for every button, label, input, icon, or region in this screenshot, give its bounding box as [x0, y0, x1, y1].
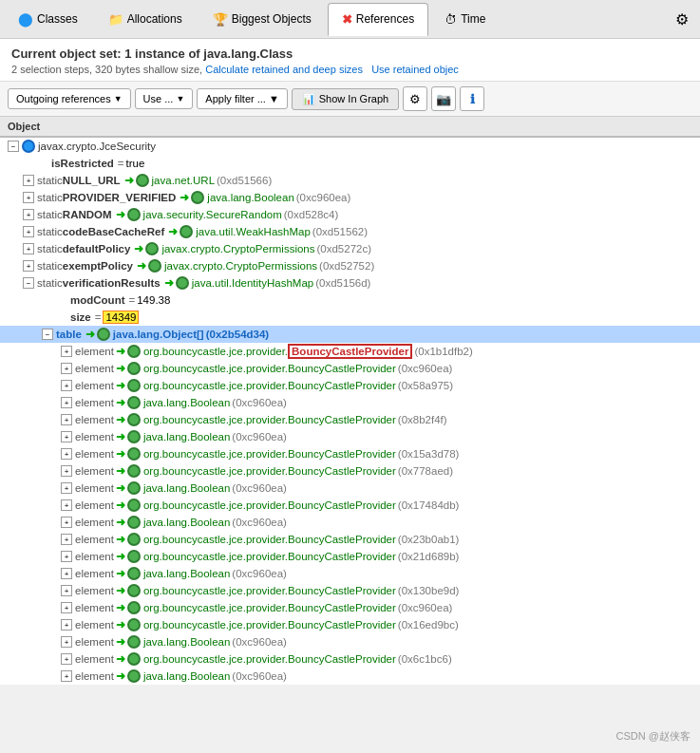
tree-row[interactable]: + element ➜ java.lang.Boolean (0xc960ea): [0, 565, 700, 582]
tab-classes[interactable]: ⬤ Classes: [4, 3, 92, 36]
expand-btn[interactable]: +: [61, 346, 72, 357]
tree-row[interactable]: size = 14349: [0, 309, 700, 326]
tab-references[interactable]: ✖ References: [328, 3, 428, 36]
tree-row[interactable]: + element ➜ org.bouncycastle.jce.provide…: [0, 599, 700, 616]
expand-btn[interactable]: +: [61, 585, 72, 596]
watermark: CSDN @赵侠客: [616, 729, 691, 744]
tree-row[interactable]: + static PROVIDER_VERIFIED ➜ java.lang.B…: [0, 189, 700, 206]
tree-row[interactable]: + element ➜ java.lang.Boolean (0xc960ea): [0, 668, 700, 685]
arrow-icon: ➜: [116, 601, 125, 614]
collapse-btn[interactable]: −: [23, 277, 34, 289]
info-button[interactable]: ℹ: [460, 86, 484, 111]
tree-row[interactable]: modCount = 149.38: [0, 292, 700, 309]
field-name: NULL_URL: [63, 175, 121, 186]
field-name: exemptPolicy: [63, 260, 133, 272]
expand-btn[interactable]: +: [61, 431, 72, 442]
tree-row[interactable]: + element ➜ java.lang.Boolean (0xc960ea): [0, 428, 700, 445]
settings-gear-button[interactable]: ⚙: [403, 86, 427, 111]
use-dropdown[interactable]: Use ... ▼: [135, 88, 194, 109]
expand-btn[interactable]: +: [23, 260, 34, 272]
tree-row[interactable]: − static verificationResults ➜ java.util…: [0, 274, 700, 292]
tab-time[interactable]: ⏱ Time: [430, 3, 500, 36]
tree-row[interactable]: + element ➜ org.bouncycastle.jce.provide…: [0, 445, 700, 462]
tree-row[interactable]: + element ➜ java.lang.Boolean (0xc960ea): [0, 514, 700, 531]
apply-filter-button[interactable]: Apply filter ... ▼: [197, 88, 287, 109]
address: (0x778aed): [398, 465, 453, 477]
expand-btn[interactable]: +: [61, 397, 72, 408]
tree-row[interactable]: + element ➜ java.lang.Boolean (0xc960ea): [0, 633, 700, 650]
tree-row[interactable]: + static NULL_URL ➜ java.net.URL (0xd515…: [0, 172, 700, 189]
expand-btn[interactable]: +: [61, 534, 72, 545]
arrow-icon: ➜: [116, 516, 125, 529]
expand-btn[interactable]: +: [61, 670, 72, 682]
collapse-btn[interactable]: −: [42, 329, 53, 340]
tree-row[interactable]: isRestricted = true: [0, 155, 700, 172]
column-object-label: Object: [8, 121, 40, 132]
expand-btn[interactable]: +: [61, 448, 72, 460]
expand-btn[interactable]: +: [23, 243, 34, 254]
tree-row[interactable]: + element ➜ org.bouncycastle.jce.provide…: [0, 650, 700, 668]
biggest-objects-icon: 🏆: [213, 12, 228, 27]
expand-btn[interactable]: +: [61, 380, 72, 391]
expand-btn[interactable]: +: [23, 226, 34, 237]
outgoing-references-dropdown[interactable]: Outgoing references ▼: [8, 88, 131, 109]
address: (0x23b0ab1): [398, 534, 460, 545]
table-row-highlighted[interactable]: − table ➜ java.lang.Object[] (0x2b54d34): [0, 326, 700, 343]
tree-row[interactable]: + element ➜ java.lang.Boolean (0xc960ea): [0, 480, 700, 497]
address: (0xc960ea): [232, 670, 287, 682]
expand-btn[interactable]: +: [61, 414, 72, 425]
expand-btn[interactable]: +: [61, 568, 72, 579]
tree-row[interactable]: + static codeBaseCacheRef ➜ java.util.We…: [0, 223, 700, 240]
arrow-icon: ➜: [116, 533, 125, 546]
expand-btn[interactable]: +: [23, 192, 34, 203]
tree-row[interactable]: + element ➜ org.bouncycastle.jce.provide…: [0, 343, 700, 360]
type-name: java.lang.Boolean: [143, 482, 230, 494]
type-icon: [127, 464, 141, 478]
tree-row[interactable]: + static defaultPolicy ➜ javax.crypto.Cr…: [0, 240, 700, 257]
tree-row[interactable]: + element ➜ org.bouncycastle.jce.provide…: [0, 411, 700, 428]
type-name: java.util.IdentityHashMap: [192, 277, 313, 289]
tree-row[interactable]: + static RANDOM ➜ java.security.SecureRa…: [0, 206, 700, 223]
type-icon: [127, 481, 141, 495]
expand-btn[interactable]: +: [61, 653, 72, 665]
type-icon: [127, 362, 141, 375]
tree-row[interactable]: + element ➜ org.bouncycastle.jce.provide…: [0, 462, 700, 480]
expand-btn[interactable]: +: [61, 465, 72, 477]
arrow-icon: ➜: [116, 669, 125, 683]
calculate-retained-link[interactable]: Calculate retained and deep sizes: [205, 64, 363, 75]
use-retained-link[interactable]: Use retained objec: [371, 64, 459, 75]
address: (0x15a3d78): [398, 448, 460, 460]
arrow-icon: ➜: [168, 225, 178, 238]
outgoing-references-label: Outgoing references: [16, 93, 111, 104]
tree-row[interactable]: + element ➜ org.bouncycastle.jce.provide…: [0, 548, 700, 565]
tree-row[interactable]: + static exemptPolicy ➜ javax.crypto.Cry…: [0, 257, 700, 274]
expand-btn[interactable]: +: [23, 209, 34, 220]
tree-row[interactable]: + element ➜ org.bouncycastle.jce.provide…: [0, 616, 700, 633]
expand-btn[interactable]: +: [61, 551, 72, 562]
expand-btn[interactable]: +: [61, 619, 72, 631]
tree-row[interactable]: + element ➜ org.bouncycastle.jce.provide…: [0, 497, 700, 514]
tree-row[interactable]: + element ➜ org.bouncycastle.jce.provide…: [0, 360, 700, 377]
expand-btn[interactable]: +: [61, 602, 72, 613]
address: (0xc960ea): [232, 482, 287, 494]
arrow-icon: ➜: [116, 379, 125, 392]
tree-row[interactable]: + element ➜ org.bouncycastle.jce.provide…: [0, 377, 700, 394]
tab-allocations[interactable]: 📁 Allocations: [94, 3, 197, 36]
tree-row[interactable]: − javax.crypto.JceSecurity: [0, 138, 700, 155]
show-graph-button[interactable]: 📊 Show In Graph: [292, 88, 399, 110]
expand-btn[interactable]: +: [23, 175, 34, 186]
arrow-icon: ➜: [116, 618, 125, 631]
expand-btn[interactable]: +: [61, 517, 72, 528]
settings-button[interactable]: ⚙: [668, 7, 696, 32]
tree-row[interactable]: + element ➜ org.bouncycastle.jce.provide…: [0, 582, 700, 599]
expand-btn[interactable]: +: [61, 363, 72, 374]
snapshot-button[interactable]: 📷: [431, 86, 456, 111]
collapse-btn[interactable]: −: [8, 141, 19, 152]
tab-biggest-objects[interactable]: 🏆 Biggest Objects: [199, 3, 326, 36]
expand-btn[interactable]: +: [61, 482, 72, 494]
address: (0xc960ea): [232, 517, 287, 528]
tree-row[interactable]: + element ➜ org.bouncycastle.jce.provide…: [0, 531, 700, 548]
expand-btn[interactable]: +: [61, 499, 72, 511]
expand-btn[interactable]: +: [61, 636, 72, 648]
tree-row[interactable]: + element ➜ java.lang.Boolean (0xc960ea): [0, 394, 700, 411]
